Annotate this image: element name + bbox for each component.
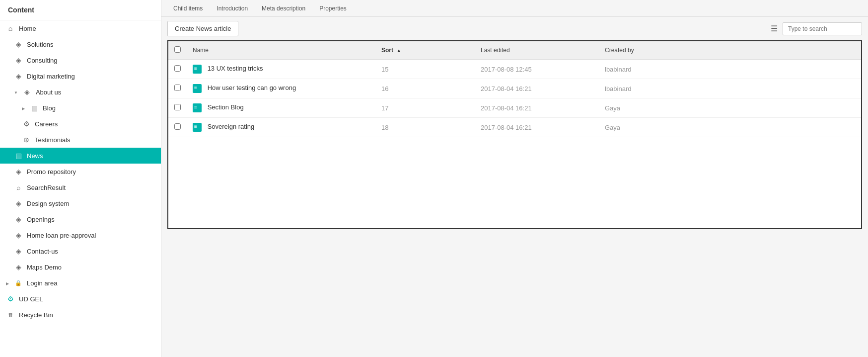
toolbar-right: ☰ bbox=[771, 22, 862, 35]
sidebar-item-search-result[interactable]: SearchResult bbox=[0, 179, 161, 195]
sidebar-item-openings[interactable]: Openings bbox=[0, 211, 161, 227]
sidebar: Content Home Solutions Consulting Digita… bbox=[0, 0, 161, 357]
sidebar-item-label: Promo repository bbox=[27, 168, 76, 176]
row-checkbox-cell bbox=[168, 98, 187, 118]
row-checkbox[interactable] bbox=[174, 104, 181, 110]
table-header-row: Name Sort ▲ Last edited Created by bbox=[168, 41, 861, 60]
row-doc-icon bbox=[193, 65, 202, 74]
row-name-cell: How user testing can go wrong bbox=[187, 79, 375, 98]
sidebar-item-label: Home loan pre-approval bbox=[27, 232, 96, 239]
tab-meta-description[interactable]: Meta description bbox=[256, 3, 311, 14]
last-edited-column-header[interactable]: Last edited bbox=[475, 41, 599, 60]
row-doc-icon bbox=[193, 84, 202, 93]
row-name-link[interactable]: Sovereign rating bbox=[208, 123, 255, 130]
row-created-by-cell: lbabinard bbox=[599, 79, 861, 98]
content-area: Name Sort ▲ Last edited Created by 13 bbox=[161, 40, 868, 357]
name-column-header[interactable]: Name bbox=[187, 41, 375, 60]
table-row: Sovereign rating 18 2017-08-04 16:21 Gay… bbox=[168, 118, 861, 137]
sidebar-item-login-area[interactable]: Login area bbox=[0, 275, 161, 291]
sidebar-item-label: Maps Demo bbox=[27, 264, 62, 271]
row-doc-icon bbox=[193, 103, 202, 112]
row-sort-cell: 16 bbox=[375, 79, 475, 98]
row-created-by-cell: Gaya bbox=[599, 118, 861, 137]
sidebar-item-label: Contact-us bbox=[27, 248, 58, 255]
sidebar-item-blog[interactable]: Blog bbox=[0, 100, 161, 116]
created-by-column-header[interactable]: Created by bbox=[599, 41, 861, 60]
tab-introduction[interactable]: Introduction bbox=[211, 3, 254, 14]
recycle-icon bbox=[6, 310, 15, 319]
sidebar-item-promo-repository[interactable]: Promo repository bbox=[0, 164, 161, 179]
blog-icon bbox=[30, 103, 39, 112]
sidebar-item-label: Openings bbox=[27, 216, 55, 223]
careers-icon bbox=[22, 119, 31, 128]
sidebar-item-recycle-bin[interactable]: Recycle Bin bbox=[0, 307, 161, 323]
table-row: 13 UX testing tricks 15 2017-08-08 12:45… bbox=[168, 60, 861, 79]
sidebar-item-label: Consulting bbox=[27, 57, 57, 64]
row-last-edited-cell: 2017-08-08 12:45 bbox=[475, 60, 599, 79]
toolbar: Create News article ☰ bbox=[161, 17, 868, 40]
sidebar-item-news[interactable]: News bbox=[0, 148, 161, 164]
row-last-edited-cell: 2017-08-04 16:21 bbox=[475, 79, 599, 98]
chevron-down-icon bbox=[14, 89, 18, 95]
row-name-link[interactable]: Section Blog bbox=[208, 103, 244, 111]
sort-column-header[interactable]: Sort ▲ bbox=[375, 41, 475, 60]
consulting-icon bbox=[14, 56, 23, 65]
sidebar-item-label: Login area bbox=[27, 279, 57, 287]
sort-arrow-icon: ▲ bbox=[396, 48, 401, 53]
home-icon bbox=[6, 24, 15, 33]
sidebar-item-careers[interactable]: Careers bbox=[0, 116, 161, 132]
sidebar-item-consulting[interactable]: Consulting bbox=[0, 52, 161, 68]
lock-icon bbox=[14, 278, 23, 287]
sidebar-item-label: UD GEL bbox=[19, 295, 43, 303]
news-icon bbox=[14, 151, 23, 160]
about-us-icon bbox=[23, 88, 32, 96]
sidebar-item-solutions[interactable]: Solutions bbox=[0, 36, 161, 52]
ud-gel-icon bbox=[6, 294, 15, 303]
search-input[interactable] bbox=[783, 22, 862, 35]
sidebar-item-home[interactable]: Home bbox=[0, 20, 161, 36]
sidebar-item-maps-demo[interactable]: Maps Demo bbox=[0, 259, 161, 275]
row-last-edited-cell: 2017-08-04 16:21 bbox=[475, 118, 599, 137]
tabs-bar: Child items Introduction Meta descriptio… bbox=[161, 0, 868, 17]
sidebar-item-ud-gel[interactable]: UD GEL bbox=[0, 291, 161, 307]
sidebar-item-label: SearchResult bbox=[27, 184, 66, 191]
table-row: Section Blog 17 2017-08-04 16:21 Gaya bbox=[168, 98, 861, 118]
sidebar-item-contact-us[interactable]: Contact-us bbox=[0, 243, 161, 259]
sidebar-item-digital-marketing[interactable]: Digital marketing bbox=[0, 68, 161, 84]
menu-icon[interactable]: ☰ bbox=[771, 24, 778, 33]
chevron-right-icon bbox=[22, 105, 25, 111]
row-name-link[interactable]: How user testing can go wrong bbox=[208, 84, 296, 91]
row-name-cell: Section Blog bbox=[187, 98, 375, 118]
sidebar-item-design-system[interactable]: Design system bbox=[0, 195, 161, 211]
sidebar-item-home-loan[interactable]: Home loan pre-approval bbox=[0, 227, 161, 243]
sidebar-item-label: News bbox=[27, 152, 43, 160]
sidebar-item-label: Careers bbox=[35, 120, 58, 128]
sidebar-item-label: Design system bbox=[27, 200, 69, 207]
row-created-by-cell: Gaya bbox=[599, 98, 861, 118]
row-name-link[interactable]: 13 UX testing tricks bbox=[208, 65, 263, 72]
tab-child-items[interactable]: Child items bbox=[167, 3, 209, 14]
sidebar-item-testimonials[interactable]: Testimonials bbox=[0, 132, 161, 148]
solutions-icon bbox=[14, 40, 23, 49]
select-all-checkbox[interactable] bbox=[174, 46, 181, 53]
sidebar-item-label: Blog bbox=[43, 104, 56, 112]
row-checkbox[interactable] bbox=[174, 65, 181, 72]
openings-icon bbox=[14, 215, 23, 224]
row-last-edited-cell: 2017-08-04 16:21 bbox=[475, 98, 599, 118]
row-checkbox[interactable] bbox=[174, 85, 181, 91]
sidebar-item-label: Solutions bbox=[27, 41, 53, 48]
row-checkbox-cell bbox=[168, 118, 187, 137]
create-news-article-button[interactable]: Create News article bbox=[167, 21, 238, 36]
row-name-cell: 13 UX testing tricks bbox=[187, 60, 375, 79]
row-checkbox[interactable] bbox=[174, 123, 181, 130]
row-doc-icon bbox=[193, 123, 202, 132]
digital-marketing-icon bbox=[14, 72, 23, 81]
home-loan-icon bbox=[14, 231, 23, 240]
design-icon bbox=[14, 199, 23, 208]
sidebar-item-about-us[interactable]: About us bbox=[0, 84, 161, 100]
row-checkbox-cell bbox=[168, 79, 187, 98]
tab-properties[interactable]: Properties bbox=[313, 3, 353, 14]
promo-icon bbox=[14, 167, 23, 176]
row-name-cell: Sovereign rating bbox=[187, 118, 375, 137]
chevron-right-icon bbox=[6, 280, 9, 286]
